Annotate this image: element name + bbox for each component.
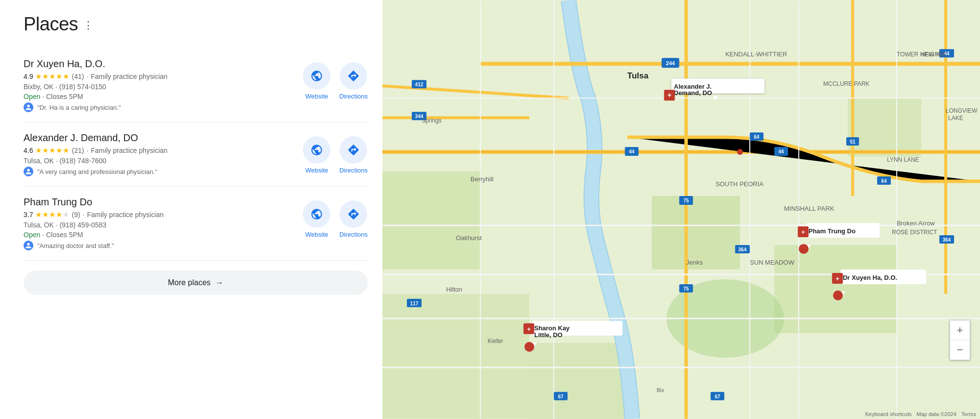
- arrow-icon: →: [216, 278, 224, 287]
- star-3-4: ★: [56, 210, 62, 219]
- place-type-1: Family practice physician: [91, 73, 167, 80]
- svg-text:Oakhurst: Oakhurst: [456, 234, 482, 242]
- svg-text:Jenks: Jenks: [686, 259, 703, 266]
- review-text-1: "Dr. Ha is a caring physician.": [37, 104, 121, 111]
- status-open-3: Open: [24, 231, 40, 239]
- more-places-button[interactable]: More places →: [24, 271, 368, 295]
- more-places-label: More places: [168, 278, 210, 287]
- place-address-3: Tulsa, OK · (918) 459-0583: [24, 221, 293, 229]
- status-open-1: Open: [24, 93, 40, 100]
- keyboard-shortcuts-link[interactable]: Keyboard shortcuts: [865, 411, 912, 417]
- map-footer: Keyboard shortcuts Map data ©2024 Terms: [865, 411, 976, 417]
- svg-text:MCCLURE PARK: MCCLURE PARK: [823, 80, 869, 87]
- svg-text:364: 364: [738, 247, 747, 252]
- directions-btn-3[interactable]: Directions: [339, 200, 368, 238]
- star-1-3: ★: [49, 72, 55, 81]
- star-2-2: ★: [42, 146, 49, 155]
- zoom-out-button[interactable]: −: [950, 340, 970, 360]
- website-icon-circle-2: [303, 136, 330, 164]
- globe-icon-1: [310, 70, 323, 82]
- svg-text:KENDALL-WHITTIER: KENDALL-WHITTIER: [725, 50, 787, 58]
- user-avatar-2: [24, 167, 33, 176]
- svg-text:67: 67: [715, 394, 721, 399]
- svg-text:NEW TUL: NEW TUL: [921, 51, 945, 57]
- star-3-5: ★: [63, 210, 69, 219]
- website-btn-3[interactable]: Website: [303, 200, 330, 238]
- globe-icon-2: [310, 144, 323, 156]
- directions-icon-1: [347, 70, 360, 82]
- star-1-4: ★: [56, 72, 62, 81]
- place-address-2: Tulsa, OK · (918) 748-7600: [24, 157, 293, 165]
- place-status-1: Open · Closes 5PM: [24, 93, 293, 100]
- svg-text:Berryhill: Berryhill: [471, 175, 494, 183]
- website-label-1: Website: [305, 93, 328, 100]
- svg-text:Tulsa: Tulsa: [628, 71, 649, 80]
- dot-1: ·: [86, 73, 88, 80]
- dot-2: ·: [86, 147, 88, 154]
- place-name-3[interactable]: Pham Trung Do: [24, 197, 293, 208]
- place-name-2[interactable]: Alexander J. Demand, DO: [24, 132, 293, 144]
- star-3-1: ★: [35, 210, 42, 219]
- user-icon-3: [25, 242, 32, 249]
- review-count-3: (9): [72, 211, 80, 219]
- website-btn-1[interactable]: Website: [303, 62, 330, 100]
- left-panel: Places ⋮ Dr Xuyen Ha, D.O. 4.9 ★ ★ ★ ★ ★…: [0, 0, 382, 419]
- zoom-in-button[interactable]: +: [950, 320, 970, 340]
- status-close-1: · Closes 5PM: [42, 93, 83, 100]
- svg-text:Little, DO: Little, DO: [534, 331, 563, 339]
- stars-1: ★ ★ ★ ★ ★: [35, 72, 69, 81]
- page-title: Places: [24, 14, 78, 35]
- place-status-3: Open · Closes 5PM: [24, 231, 293, 239]
- website-btn-2[interactable]: Website: [303, 136, 330, 174]
- review-text-3: "Amazing doctor and staff.": [37, 242, 114, 249]
- svg-text:412: 412: [415, 82, 424, 87]
- stars-2: ★ ★ ★ ★ ★: [35, 146, 69, 155]
- map-svg: 244 75 51 412 344 364: [382, 0, 980, 419]
- place-card-1: Dr Xuyen Ha, D.O. 4.9 ★ ★ ★ ★ ★ (41) · F…: [24, 49, 368, 123]
- review-count-1: (41): [72, 73, 84, 80]
- directions-btn-2[interactable]: Directions: [339, 136, 368, 174]
- website-label-2: Website: [305, 167, 328, 174]
- star-2-1: ★: [35, 146, 42, 155]
- user-icon-2: [25, 168, 32, 175]
- svg-text:+: +: [527, 325, 531, 333]
- place-review-1: "Dr. Ha is a caring physician.": [24, 102, 293, 112]
- svg-text:SOUTH PEORIA: SOUTH PEORIA: [715, 180, 763, 188]
- map-container: 244 75 51 412 344 364: [382, 0, 980, 419]
- place-review-3: "Amazing doctor and staff.": [24, 241, 293, 250]
- menu-icon[interactable]: ⋮: [83, 19, 94, 32]
- place-info-1: Dr Xuyen Ha, D.O. 4.9 ★ ★ ★ ★ ★ (41) · F…: [24, 58, 293, 112]
- star-2-4: ★: [56, 146, 62, 155]
- website-icon-circle-3: [303, 200, 330, 228]
- map-data-label: Map data ©2024: [917, 411, 957, 417]
- directions-label-2: Directions: [339, 167, 368, 174]
- review-text-2: "A very caring and professional physicia…: [37, 168, 157, 175]
- directions-btn-1[interactable]: Directions: [339, 62, 368, 100]
- svg-text:ROSE DISTRICT: ROSE DISTRICT: [892, 229, 937, 236]
- svg-rect-4: [848, 98, 921, 157]
- star-2-3: ★: [49, 146, 55, 155]
- svg-text:51: 51: [850, 139, 856, 145]
- map-panel[interactable]: 244 75 51 412 344 364: [382, 0, 980, 419]
- dot-3: ·: [83, 211, 85, 219]
- user-icon-1: [25, 104, 32, 111]
- place-rating-row-1: 4.9 ★ ★ ★ ★ ★ (41) · Family practice phy…: [24, 72, 293, 81]
- directions-icon-circle-2: [340, 136, 367, 164]
- star-1-5: ★: [63, 72, 69, 81]
- svg-rect-6: [382, 294, 529, 419]
- map-zoom-controls: + −: [950, 320, 970, 360]
- terms-link[interactable]: Terms: [961, 411, 976, 417]
- star-3-3: ★: [49, 210, 55, 219]
- rating-num-3: 3.7: [24, 211, 33, 219]
- svg-text:SUN MEADOW: SUN MEADOW: [750, 259, 795, 266]
- panel-header: Places ⋮: [24, 14, 368, 35]
- place-name-1[interactable]: Dr Xuyen Ha, D.O.: [24, 58, 293, 70]
- star-1-2: ★: [42, 72, 49, 81]
- place-review-2: "A very caring and professional physicia…: [24, 167, 293, 176]
- stars-3: ★ ★ ★ ★ ★: [35, 210, 69, 219]
- place-card-2: Alexander J. Demand, DO 4.6 ★ ★ ★ ★ ★ (2…: [24, 123, 368, 187]
- svg-point-78: [737, 149, 743, 155]
- svg-text:364: 364: [943, 237, 951, 243]
- svg-text:75: 75: [683, 198, 689, 203]
- review-count-2: (21): [72, 147, 84, 154]
